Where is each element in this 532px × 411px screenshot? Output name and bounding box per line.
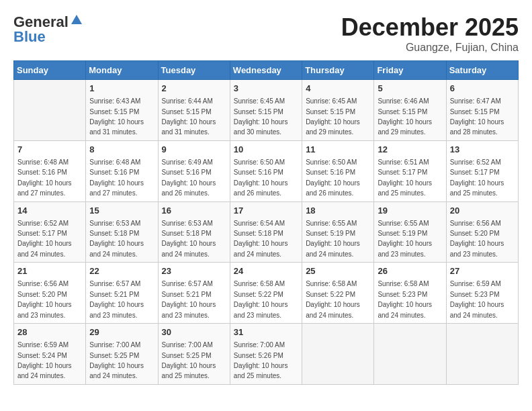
calendar-cell: 11Sunrise: 6:50 AMSunset: 5:16 PMDayligh… bbox=[302, 140, 374, 201]
weekday-header-monday: Monday bbox=[86, 61, 158, 80]
day-number: 20 bbox=[450, 205, 515, 217]
day-number: 21 bbox=[17, 265, 82, 277]
day-number: 13 bbox=[450, 144, 515, 156]
calendar-cell: 17Sunrise: 6:54 AMSunset: 5:18 PMDayligh… bbox=[230, 201, 302, 263]
day-info: Sunrise: 6:52 AMSunset: 5:17 PMDaylight:… bbox=[17, 220, 72, 258]
day-info: Sunrise: 6:49 AMSunset: 5:16 PMDaylight:… bbox=[162, 158, 216, 197]
day-number: 29 bbox=[89, 326, 154, 338]
day-info: Sunrise: 6:59 AMSunset: 5:24 PMDaylight:… bbox=[17, 341, 72, 379]
day-info: Sunrise: 6:47 AMSunset: 5:15 PMDaylight:… bbox=[450, 97, 504, 136]
calendar-cell: 25Sunrise: 6:58 AMSunset: 5:22 PMDayligh… bbox=[302, 263, 374, 324]
day-number: 16 bbox=[162, 205, 226, 217]
day-number: 1 bbox=[89, 83, 154, 95]
day-number: 3 bbox=[234, 83, 298, 95]
calendar-cell: 15Sunrise: 6:53 AMSunset: 5:18 PMDayligh… bbox=[86, 201, 158, 263]
calendar-week-4: 21Sunrise: 6:56 AMSunset: 5:20 PMDayligh… bbox=[14, 263, 519, 324]
day-info: Sunrise: 6:45 AMSunset: 5:15 PMDaylight:… bbox=[234, 97, 288, 136]
calendar-cell: 12Sunrise: 6:51 AMSunset: 5:17 PMDayligh… bbox=[374, 140, 446, 201]
day-info: Sunrise: 6:54 AMSunset: 5:18 PMDaylight:… bbox=[234, 220, 288, 258]
day-info: Sunrise: 6:53 AMSunset: 5:18 PMDaylight:… bbox=[89, 220, 144, 258]
day-number: 18 bbox=[306, 205, 370, 217]
day-info: Sunrise: 6:53 AMSunset: 5:18 PMDaylight:… bbox=[162, 220, 216, 258]
day-number: 31 bbox=[234, 326, 298, 338]
calendar-cell: 5Sunrise: 6:46 AMSunset: 5:15 PMDaylight… bbox=[374, 80, 446, 141]
calendar-cell: 8Sunrise: 6:48 AMSunset: 5:16 PMDaylight… bbox=[86, 140, 158, 201]
day-number: 11 bbox=[306, 144, 370, 156]
weekday-header-thursday: Thursday bbox=[302, 61, 374, 80]
day-number: 14 bbox=[17, 205, 82, 217]
day-info: Sunrise: 6:48 AMSunset: 5:16 PMDaylight:… bbox=[89, 158, 144, 197]
month-title: December 2025 bbox=[341, 13, 519, 42]
calendar-cell bbox=[446, 324, 518, 385]
logo-blue-text: Blue bbox=[13, 28, 46, 46]
day-info: Sunrise: 6:57 AMSunset: 5:21 PMDaylight:… bbox=[89, 280, 144, 318]
page-header: General Blue December 2025 Guangze, Fuji… bbox=[13, 13, 519, 54]
calendar-cell: 20Sunrise: 6:56 AMSunset: 5:20 PMDayligh… bbox=[446, 201, 518, 263]
day-number: 9 bbox=[162, 144, 226, 156]
day-number: 19 bbox=[378, 205, 442, 217]
day-info: Sunrise: 6:56 AMSunset: 5:20 PMDaylight:… bbox=[450, 220, 504, 258]
calendar-cell: 2Sunrise: 6:44 AMSunset: 5:15 PMDaylight… bbox=[158, 80, 230, 141]
weekday-header-saturday: Saturday bbox=[446, 61, 518, 80]
calendar-week-2: 7Sunrise: 6:48 AMSunset: 5:16 PMDaylight… bbox=[14, 140, 519, 201]
day-info: Sunrise: 6:56 AMSunset: 5:20 PMDaylight:… bbox=[17, 280, 72, 318]
calendar-week-3: 14Sunrise: 6:52 AMSunset: 5:17 PMDayligh… bbox=[14, 201, 519, 263]
logo: General Blue bbox=[13, 13, 83, 46]
day-info: Sunrise: 6:48 AMSunset: 5:16 PMDaylight:… bbox=[17, 158, 72, 197]
day-number: 22 bbox=[89, 265, 154, 277]
calendar-cell: 31Sunrise: 7:00 AMSunset: 5:26 PMDayligh… bbox=[230, 324, 302, 385]
day-info: Sunrise: 7:00 AMSunset: 5:25 PMDaylight:… bbox=[162, 341, 216, 379]
calendar-cell: 21Sunrise: 6:56 AMSunset: 5:20 PMDayligh… bbox=[14, 263, 86, 324]
weekday-header-friday: Friday bbox=[374, 61, 446, 80]
day-info: Sunrise: 6:55 AMSunset: 5:19 PMDaylight:… bbox=[378, 220, 432, 258]
calendar-cell: 18Sunrise: 6:55 AMSunset: 5:19 PMDayligh… bbox=[302, 201, 374, 263]
calendar-cell: 9Sunrise: 6:49 AMSunset: 5:16 PMDaylight… bbox=[158, 140, 230, 201]
day-number: 17 bbox=[234, 205, 298, 217]
location-title: Guangze, Fujian, China bbox=[341, 42, 519, 54]
calendar-cell: 7Sunrise: 6:48 AMSunset: 5:16 PMDaylight… bbox=[14, 140, 86, 201]
calendar-cell: 29Sunrise: 7:00 AMSunset: 5:25 PMDayligh… bbox=[86, 324, 158, 385]
title-block: December 2025 Guangze, Fujian, China bbox=[341, 13, 519, 54]
calendar-cell: 3Sunrise: 6:45 AMSunset: 5:15 PMDaylight… bbox=[230, 80, 302, 141]
day-info: Sunrise: 6:55 AMSunset: 5:19 PMDaylight:… bbox=[306, 220, 360, 258]
day-info: Sunrise: 6:51 AMSunset: 5:17 PMDaylight:… bbox=[378, 158, 432, 197]
weekday-header-wednesday: Wednesday bbox=[230, 61, 302, 80]
weekday-header-row: SundayMondayTuesdayWednesdayThursdayFrid… bbox=[14, 61, 519, 80]
calendar-cell bbox=[374, 324, 446, 385]
day-number: 27 bbox=[450, 265, 515, 277]
calendar-cell: 13Sunrise: 6:52 AMSunset: 5:17 PMDayligh… bbox=[446, 140, 518, 201]
day-number: 4 bbox=[306, 83, 370, 95]
calendar-week-5: 28Sunrise: 6:59 AMSunset: 5:24 PMDayligh… bbox=[14, 324, 519, 385]
weekday-header-tuesday: Tuesday bbox=[158, 61, 230, 80]
day-info: Sunrise: 6:58 AMSunset: 5:22 PMDaylight:… bbox=[234, 280, 288, 318]
day-info: Sunrise: 6:46 AMSunset: 5:15 PMDaylight:… bbox=[378, 97, 432, 136]
day-info: Sunrise: 6:50 AMSunset: 5:16 PMDaylight:… bbox=[234, 158, 288, 197]
calendar-week-1: 1Sunrise: 6:43 AMSunset: 5:15 PMDaylight… bbox=[14, 80, 519, 141]
day-info: Sunrise: 6:57 AMSunset: 5:21 PMDaylight:… bbox=[162, 280, 216, 318]
calendar-cell bbox=[14, 80, 86, 141]
weekday-header-sunday: Sunday bbox=[14, 61, 86, 80]
day-number: 28 bbox=[17, 326, 82, 338]
calendar-cell: 6Sunrise: 6:47 AMSunset: 5:15 PMDaylight… bbox=[446, 80, 518, 141]
day-info: Sunrise: 6:44 AMSunset: 5:15 PMDaylight:… bbox=[162, 97, 216, 136]
day-number: 30 bbox=[162, 326, 226, 338]
day-info: Sunrise: 6:50 AMSunset: 5:16 PMDaylight:… bbox=[306, 158, 360, 197]
calendar-cell bbox=[302, 324, 374, 385]
day-info: Sunrise: 7:00 AMSunset: 5:26 PMDaylight:… bbox=[234, 341, 288, 379]
calendar-cell: 24Sunrise: 6:58 AMSunset: 5:22 PMDayligh… bbox=[230, 263, 302, 324]
calendar-cell: 16Sunrise: 6:53 AMSunset: 5:18 PMDayligh… bbox=[158, 201, 230, 263]
day-number: 2 bbox=[162, 83, 226, 95]
day-number: 26 bbox=[378, 265, 442, 277]
day-number: 24 bbox=[234, 265, 298, 277]
logo-triangle-icon bbox=[71, 13, 83, 28]
calendar-cell: 10Sunrise: 6:50 AMSunset: 5:16 PMDayligh… bbox=[230, 140, 302, 201]
day-info: Sunrise: 7:00 AMSunset: 5:25 PMDaylight:… bbox=[89, 341, 144, 379]
svg-marker-0 bbox=[71, 15, 82, 24]
day-info: Sunrise: 6:58 AMSunset: 5:22 PMDaylight:… bbox=[306, 280, 360, 318]
day-info: Sunrise: 6:59 AMSunset: 5:23 PMDaylight:… bbox=[450, 280, 504, 318]
calendar-cell: 28Sunrise: 6:59 AMSunset: 5:24 PMDayligh… bbox=[14, 324, 86, 385]
calendar-cell: 1Sunrise: 6:43 AMSunset: 5:15 PMDaylight… bbox=[86, 80, 158, 141]
day-info: Sunrise: 6:43 AMSunset: 5:15 PMDaylight:… bbox=[89, 97, 144, 136]
calendar-table: SundayMondayTuesdayWednesdayThursdayFrid… bbox=[13, 60, 519, 385]
calendar-cell: 30Sunrise: 7:00 AMSunset: 5:25 PMDayligh… bbox=[158, 324, 230, 385]
